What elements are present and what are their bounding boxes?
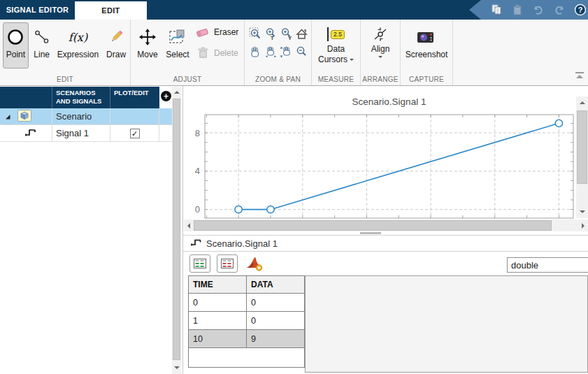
- expression-button[interactable]: f(x) Expression: [55, 22, 101, 69]
- table-head: TIMEDATA: [189, 276, 305, 294]
- move-button[interactable]: Move: [134, 22, 162, 69]
- eraser-button[interactable]: Eraser: [195, 24, 238, 41]
- plot-scroll-down-button[interactable]: [576, 207, 588, 217]
- select-button[interactable]: Select: [163, 22, 192, 69]
- plot-scroll-left-button[interactable]: [184, 220, 194, 231]
- plot-background[interactable]: [205, 115, 573, 218]
- copy-icon[interactable]: [490, 4, 502, 16]
- dropdown-caret-icon: [350, 59, 354, 63]
- tree-scrollbar-thumb[interactable]: [173, 99, 180, 360]
- pencil-icon: [108, 25, 124, 49]
- table-body: 0010109: [189, 294, 305, 368]
- expression-icon: f(x): [69, 25, 87, 49]
- table-header-cell: TIME: [189, 276, 247, 294]
- tree-row-scenario[interactable]: Scenario: [0, 108, 172, 125]
- add-signal-button[interactable]: +: [161, 91, 171, 101]
- pan-y-icon[interactable]: [278, 43, 294, 60]
- undo-icon[interactable]: [532, 4, 544, 16]
- ribbon-section-adjust: Move Select Eraser Delete ADJUST: [131, 20, 245, 85]
- screenshot-button[interactable]: Screenshot: [402, 22, 451, 69]
- plot-and-table-pane: Scenario.Signal 1 048 Scenario.Signal 1: [182, 86, 588, 374]
- eraser-icon: [195, 25, 210, 40]
- zoom-in-time-icon[interactable]: T: [263, 25, 278, 42]
- table-cell[interactable]: 0: [247, 294, 305, 312]
- plot-hscrollbar-thumb[interactable]: [194, 220, 552, 231]
- delete-button[interactable]: Delete: [195, 45, 238, 62]
- tab-edit[interactable]: EDIT: [75, 1, 147, 20]
- plot-vscrollbar-thumb[interactable]: [577, 110, 587, 184]
- table-row[interactable]: 00: [189, 294, 305, 312]
- table-empty-row[interactable]: [189, 348, 305, 368]
- align-button[interactable]: Align: [363, 22, 398, 71]
- signal-icon: [24, 127, 37, 140]
- ribbon-toolbar: Point Line f(x) Expression Draw EDIT: [0, 20, 588, 86]
- table-row[interactable]: 10: [189, 312, 305, 330]
- table-header-cell: DATA: [247, 276, 305, 294]
- ribbon-section-measure: 2.5 Data Cursors MEASURE: [312, 20, 361, 85]
- signal-tab-label: Scenario.Signal 1: [206, 238, 278, 249]
- data-cursor-icon: 2.5: [327, 25, 345, 43]
- redo-icon[interactable]: [553, 4, 565, 16]
- expand-triangle-icon[interactable]: [4, 113, 11, 120]
- svg-text:?: ?: [578, 6, 583, 14]
- paste-icon[interactable]: [511, 4, 523, 16]
- zoom-in-icon[interactable]: [248, 25, 263, 42]
- datatype-input[interactable]: [507, 257, 588, 273]
- column-header-scenarios-and-signals: SCENARIOS AND SIGNALS: [52, 87, 110, 108]
- table-row[interactable]: 109: [189, 330, 305, 348]
- line-icon: [34, 25, 50, 49]
- select-icon: [168, 25, 187, 49]
- insert-row-button[interactable]: [189, 254, 210, 273]
- plot-scroll-up-button[interactable]: [576, 98, 588, 108]
- tree-row-label: Signal 1: [52, 125, 110, 141]
- dropdown-caret-icon: [378, 56, 382, 60]
- signal-tab[interactable]: Scenario.Signal 1: [183, 235, 588, 252]
- tab-signal-editor[interactable]: SIGNAL EDITOR: [0, 0, 75, 20]
- data-point-marker[interactable]: [555, 120, 562, 127]
- table-cell[interactable]: 0: [247, 312, 305, 330]
- plot-scroll-right-button[interactable]: [578, 220, 588, 231]
- table-cell[interactable]: 10: [189, 330, 247, 348]
- tree-row-label: Scenario: [52, 108, 110, 124]
- zoom-in-y-icon[interactable]: Y: [278, 25, 294, 42]
- delete-row-button[interactable]: [217, 254, 238, 273]
- ribbon-section-capture: Screenshot CAPTURE: [401, 20, 453, 85]
- ribbon-section-arrange: Align ARRANGE: [361, 20, 401, 85]
- tree-row-signal-1[interactable]: Signal 1 ✓: [0, 125, 172, 142]
- collapse-ribbon-button[interactable]: [575, 71, 585, 80]
- data-point-marker[interactable]: [267, 206, 274, 213]
- help-icon[interactable]: ?: [574, 4, 586, 16]
- draw-button[interactable]: Draw: [102, 22, 130, 69]
- ribbon-section-zoom-pan: T Y ZOOM & PAN: [245, 20, 312, 85]
- plot-edit-checkbox[interactable]: ✓: [130, 129, 140, 138]
- signal-data-table: TIMEDATA 0010109: [188, 275, 305, 368]
- svg-text:Y: Y: [288, 35, 292, 41]
- table-cell[interactable]: 1: [189, 312, 247, 330]
- trash-icon: [195, 46, 210, 61]
- tree-scroll-up-button[interactable]: [172, 88, 181, 96]
- signal-editor-window: SIGNAL EDITOR EDIT ?: [0, 0, 588, 374]
- data-cursors-button[interactable]: 2.5 Data Cursors: [315, 22, 358, 71]
- add-matlab-signal-button[interactable]: [243, 254, 264, 273]
- titlebar: SIGNAL EDITOR EDIT ?: [0, 0, 588, 20]
- scenario-icon: [17, 110, 31, 124]
- fit-to-view-icon[interactable]: [294, 25, 309, 42]
- point-button[interactable]: Point: [3, 22, 29, 69]
- ribbon-section-edit: Point Line f(x) Expression Draw EDIT: [0, 20, 131, 85]
- signal-icon: [190, 238, 202, 250]
- camera-icon: [416, 25, 437, 49]
- data-point-marker[interactable]: [235, 206, 242, 213]
- tree-scroll-down-button[interactable]: [172, 364, 181, 372]
- pan-icon[interactable]: [248, 43, 263, 60]
- align-icon: [373, 25, 388, 43]
- column-header-plot-edit: PLOT/EDIT: [110, 87, 159, 108]
- zoom-out-icon[interactable]: [294, 43, 309, 60]
- y-tick-label: 8: [195, 128, 200, 138]
- signal-plot[interactable]: 048: [183, 86, 576, 234]
- table-cell[interactable]: 0: [189, 294, 247, 312]
- pan-time-icon[interactable]: [263, 43, 278, 60]
- line-button[interactable]: Line: [30, 22, 54, 69]
- tree-header: SCENARIOS AND SIGNALS PLOT/EDIT: [0, 87, 159, 108]
- y-tick-label: 0: [195, 204, 200, 215]
- table-cell[interactable]: 9: [247, 330, 305, 348]
